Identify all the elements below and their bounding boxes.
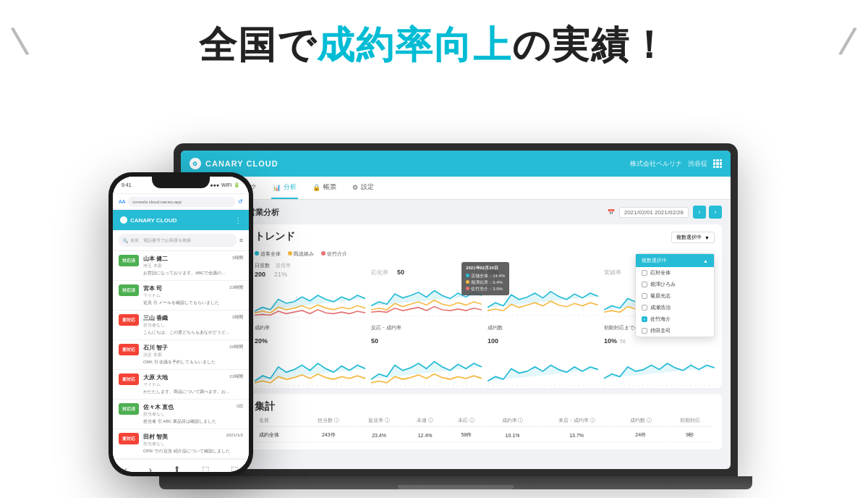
chart-svg-7 (604, 347, 715, 387)
th-contract-rate: 成約率 ⓘ (488, 415, 537, 427)
wifi-icon: WiFi (221, 182, 231, 187)
contact-company-2: 担当者なし (143, 322, 243, 329)
search-placeholder: 名前、電話番号でお客様を検索 (130, 237, 191, 244)
cell-uncontacted: 12.4% (405, 429, 445, 442)
back-icon[interactable]: ‹ (124, 464, 127, 473)
date-nav: ‹ › (693, 206, 722, 219)
contact-name-2: 三山 香織 1時間 (143, 314, 243, 322)
checkbox-0[interactable] (642, 270, 647, 276)
contact-badge-4: 要対応 (119, 374, 139, 385)
th-name: 名前 (256, 415, 302, 427)
phone: 9:41 ●●● WiFi 🔋 AA console.cloud.canary.… (109, 172, 253, 476)
contact-item[interactable]: 要対応 三山 香織 1時間 担当者なし こんにちは、この度どちらもあながどうど.… (113, 311, 249, 340)
phone-menu-icon[interactable]: ⋮ (234, 216, 242, 224)
table-header-row: 名前 担当数 ⓘ 返送率 ⓘ 未連 ⓘ 未応 ⓘ 成約率 ⓘ 来店・成约率 ⓘ … (256, 415, 713, 427)
checkbox-2[interactable] (642, 293, 647, 299)
cell-count: 243件 (304, 429, 353, 442)
dropdown-label: 複数選択中 (676, 234, 702, 241)
chart-value-4: 20% (255, 337, 268, 345)
chart-label-6: 成约数 (488, 324, 598, 332)
dropdown-trigger[interactable]: 複数選択中 ▼ (671, 232, 715, 243)
contact-item[interactable]: 要対応 田村 智美 2021/1/2 担当者なし OPR での 近況 紹介品につ… (113, 429, 249, 459)
cell-no-response: 58件 (446, 429, 486, 442)
checkbox-4[interactable]: ✓ (642, 316, 647, 322)
contact-message-5: 担当者 引 ABC 業品目は確認しました (143, 418, 230, 425)
phone-notch (152, 177, 210, 188)
contact-item[interactable]: 対応済 宮本 司 23時間 マイナム 近況 引 メールを確認してもらいました (113, 281, 249, 311)
search-icon: 🔍 (123, 238, 128, 243)
dropdown-item-1[interactable]: 堀澤ひろみ (636, 279, 714, 290)
contact-message-0: お世話になっております。ABCで会議の... (143, 270, 230, 277)
phone-filter-icon[interactable]: ≡ (239, 237, 243, 244)
tab-analytics[interactable]: 📊 分析 (271, 177, 298, 199)
tab-reports[interactable]: 🔒 帳票 (311, 177, 338, 199)
aggregate-table: 名前 担当数 ⓘ 返送率 ⓘ 未連 ⓘ 未応 ⓘ 成約率 ⓘ 来店・成约率 ⓘ … (255, 413, 715, 444)
th-count: 担当数 ⓘ (304, 415, 353, 427)
th-contracts: 成约数 ⓘ (616, 415, 665, 427)
contact-info-1: 宮本 司 23時間 マイナム 近況 引 メールを確認してもらいました (143, 284, 243, 306)
chart-contract-count: 成约数 100 (488, 324, 598, 382)
chart-label-5: 反応・成约率 (371, 324, 482, 332)
contact-name-3: 石川 智子 20時間 (143, 344, 243, 352)
top-nav: ✿ CANARY CLOUD 株式会社ベルリナ 渋谷征 (181, 151, 731, 177)
phone-search-bar: 🔍 名前、電話番号でお客様を検索 ≡ (113, 230, 249, 251)
dropdown-item-2[interactable]: 菊原光志 (636, 290, 714, 302)
dropdown-item-4[interactable]: ✓ 佐竹海介 (636, 313, 714, 325)
cell-name: 成約全体 (256, 429, 302, 442)
heading-accent: 成約率向上 (317, 24, 512, 66)
analytics-icon: 📊 (273, 184, 281, 191)
contact-name-4: 大原 大地 21時間 (143, 374, 243, 381)
contact-company-0: 埼玉 本家 (143, 263, 243, 269)
table-row: 成約全体 243件 23.4% 12.4% 58件 10.1% 13.7% 24… (256, 429, 713, 442)
contact-item[interactable]: 要対応 大原 大地 21時間 マイナム かたたします、商品について調べます。お客… (113, 370, 249, 400)
grid-icon[interactable] (713, 159, 722, 168)
contact-item[interactable]: 対応済 山本 健二 1時間 埼玉 本家 お世話になっております。ABCで会議の.… (113, 251, 249, 281)
checkbox-5[interactable] (642, 328, 647, 334)
th-visit-contract: 来店・成约率 ⓘ (538, 415, 614, 427)
contact-message-3: ORK 引 会議を予約してもらいました (143, 359, 230, 366)
phone-bottom-nav: ‹ › ⬆ ⬚ ⬚ (113, 459, 249, 472)
contact-badge-2: 要対応 (119, 314, 139, 326)
checkbox-3[interactable] (642, 305, 647, 311)
browser-reload-icon[interactable]: ↺ (238, 198, 243, 205)
date-prev-button[interactable]: ‹ (693, 206, 706, 219)
th-send-rate: 返送率 ⓘ (354, 415, 404, 427)
trend-controls: 複数選択中 ▼ 複数選択中 ▲ (671, 232, 715, 243)
logo-text: CANARY CLOUD (205, 159, 278, 168)
tab-settings[interactable]: ⚙ 設定 (351, 177, 375, 199)
hero-heading: 全国で成約率向上の実績！ (0, 0, 868, 71)
contact-badge-6: 要対応 (119, 433, 139, 444)
chart-value-3: 実績率 (604, 269, 621, 277)
dropdown-item-5[interactable]: 持田圭司 (636, 325, 714, 337)
checkbox-1[interactable] (642, 282, 647, 287)
browser-aa[interactable]: AA (119, 199, 125, 204)
contact-item[interactable]: 要対応 石川 智子 20時間 決定 本家 ORK 引 会議を予約してもらいました (113, 340, 249, 370)
chevron-down-icon: ▼ (705, 235, 710, 240)
dropdown-item-0[interactable]: 応対全体 (636, 267, 714, 279)
forward-icon[interactable]: › (149, 464, 153, 473)
tooltip-item-2: 佐竹浩介：3.9% (466, 286, 505, 292)
tabs-icon[interactable]: ⬚ (231, 465, 238, 472)
contact-badge-5: 対応済 (119, 403, 139, 415)
dropdown-item-3[interactable]: 成瀬浩治 (636, 302, 714, 313)
contact-company-5: 担当者なし (143, 411, 243, 418)
bookmarks-icon[interactable]: ⬚ (202, 465, 209, 472)
main-layout: 営業分析 営業分析 📅 2021/02/01 2021/02/28 (181, 200, 731, 469)
th-no-response: 未応 ⓘ (446, 415, 486, 427)
share-icon[interactable]: ⬆ (174, 465, 180, 472)
contact-name-6: 田村 智美 2021/1/2 (143, 433, 243, 441)
cell-visit-contract: 13.7% (538, 429, 614, 442)
settings-icon: ⚙ (352, 184, 358, 191)
browser-url[interactable]: console.cloud.canary.app (128, 197, 235, 207)
date-next-button[interactable]: › (709, 206, 722, 219)
phone-logo-text: CANARY CLOUD (130, 217, 176, 224)
contact-badge-3: 要対応 (119, 344, 139, 355)
contact-name-0: 山本 健二 1時間 (143, 255, 243, 263)
laptop-body: ✿ CANARY CLOUD 株式会社ベルリナ 渋谷征 (174, 143, 738, 476)
laptop: ✿ CANARY CLOUD 株式会社ベルリナ 渋谷征 (174, 143, 738, 498)
contact-item[interactable]: 対応済 佐々木 直也 3日 担当者なし 担当者 引 ABC 業品目は確認しました (113, 400, 249, 429)
heading-suffix: の実績！ (512, 24, 669, 66)
chart-response-conversion: 反応・成约率 50 (371, 324, 482, 382)
contact-company-3: 決定 本家 (143, 352, 243, 358)
phone-search-input[interactable]: 🔍 名前、電話番号でお客様を検索 (119, 234, 237, 247)
